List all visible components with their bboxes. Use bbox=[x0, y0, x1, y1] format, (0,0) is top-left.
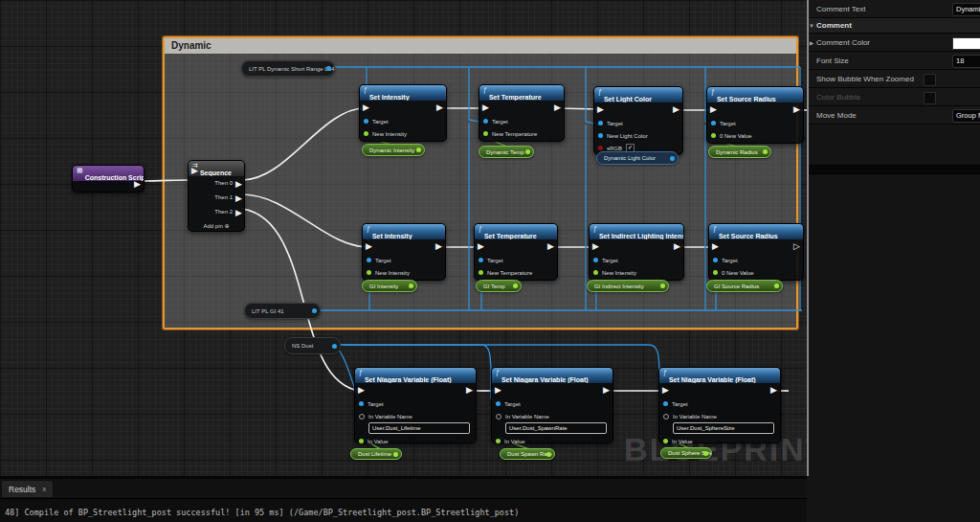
obj-pin[interactable] bbox=[364, 119, 368, 124]
obj-pin[interactable] bbox=[663, 401, 668, 406]
exec-in-pin[interactable]: ▶ bbox=[478, 241, 484, 251]
getter-output-pin[interactable] bbox=[660, 284, 665, 288]
getter-gi-indirect-intensity[interactable]: GI Indirect Intensity bbox=[587, 280, 669, 292]
hollow-pin[interactable] bbox=[496, 414, 501, 420]
node-set-temperature-1[interactable]: ƒSet TemperatureTarget is Light Componen… bbox=[479, 84, 565, 142]
float-pin[interactable] bbox=[359, 439, 364, 443]
exec-out-pin[interactable]: ▷ bbox=[793, 241, 800, 251]
hollow-pin[interactable] bbox=[359, 414, 365, 420]
getter-output-pin[interactable] bbox=[312, 308, 317, 313]
obj-pin[interactable] bbox=[496, 401, 501, 406]
obj-pin[interactable] bbox=[367, 258, 371, 262]
property-dropdown[interactable]: Group M bbox=[952, 109, 980, 123]
getter-dynamic-temp[interactable]: Dynamic Temp bbox=[479, 146, 534, 158]
getter-output-pin[interactable] bbox=[513, 284, 518, 288]
getter-output-pin[interactable] bbox=[703, 451, 708, 456]
exec-in-pin[interactable]: ▶ bbox=[662, 385, 669, 395]
exec-out-pin[interactable]: ▶ bbox=[235, 193, 242, 203]
getter-dust-sphere-size[interactable]: Dust Sphere Size bbox=[660, 447, 712, 459]
bool-pin[interactable] bbox=[598, 146, 603, 150]
float-pin[interactable] bbox=[496, 439, 501, 443]
node-set-light-color[interactable]: ƒSet Light ColorTarget is Light Componen… bbox=[593, 86, 683, 155]
exec-out-pin[interactable]: ▶ bbox=[673, 104, 679, 114]
exec-in-pin[interactable]: ▶ bbox=[366, 241, 372, 251]
obj-pin[interactable] bbox=[598, 121, 603, 125]
obj-pin[interactable] bbox=[711, 121, 716, 125]
color-swatch[interactable] bbox=[952, 37, 980, 50]
compiler-log-line[interactable]: 48] Compile of BP_Streetlight_post succe… bbox=[5, 508, 519, 517]
exec-out-pin[interactable]: ▶ bbox=[603, 385, 610, 395]
blueprint-graph[interactable]: Dynamic BLUEPRINT ▦Construction Script▶⇉… bbox=[0, 0, 807, 476]
node-set-niagara-variable-1[interactable]: ƒSet Niagara Variable (Float)Target is N… bbox=[354, 367, 477, 443]
exec-out-pin[interactable]: ▶ bbox=[435, 241, 442, 251]
getter-output-pin[interactable] bbox=[416, 148, 421, 152]
getter-output-pin[interactable] bbox=[332, 344, 337, 349]
exec-in-pin[interactable]: ▶ bbox=[597, 104, 604, 114]
getter-dust-lifetime[interactable]: Dust Lifetime bbox=[350, 448, 402, 460]
exec-out-pin[interactable]: ▶ bbox=[674, 241, 680, 251]
getter-output-pin[interactable] bbox=[326, 66, 331, 71]
getter-output-pin[interactable] bbox=[409, 284, 413, 288]
getter-dynamic-radius[interactable]: Dynamic Radius bbox=[708, 146, 771, 158]
exec-in-pin[interactable]: ▶ bbox=[358, 385, 365, 395]
variable-name-input[interactable]: User.Dust_Lifetime bbox=[368, 422, 470, 434]
float-pin[interactable] bbox=[663, 439, 668, 443]
node-set-intensity-1[interactable]: ƒSet IntensityTarget is Light Component▶… bbox=[359, 84, 447, 142]
hollow-pin[interactable] bbox=[663, 414, 669, 420]
float-pin[interactable] bbox=[483, 131, 488, 136]
float-pin[interactable] bbox=[479, 270, 483, 275]
node-construction-script[interactable]: ▦Construction Script▶ bbox=[72, 165, 145, 193]
float-pin[interactable] bbox=[713, 270, 718, 275]
obj-pin[interactable] bbox=[359, 401, 364, 406]
float-pin[interactable] bbox=[593, 270, 598, 275]
float-pin[interactable] bbox=[364, 131, 368, 136]
getter-output-pin[interactable] bbox=[670, 156, 675, 161]
getter-dynamic-intensity[interactable]: Dynamic Intensity bbox=[362, 144, 425, 156]
exec-out-pin[interactable]: ▶ bbox=[466, 385, 473, 395]
close-icon[interactable]: x bbox=[42, 485, 46, 493]
variable-name-input[interactable]: User.Dust_SpawnRate bbox=[505, 422, 607, 434]
obj-pin[interactable] bbox=[483, 119, 488, 124]
exec-out-pin[interactable]: ▶ bbox=[547, 241, 554, 251]
getter-output-pin[interactable] bbox=[774, 284, 779, 288]
getter-output-pin[interactable] bbox=[763, 149, 768, 154]
getter-ns-dust[interactable]: NS Dust bbox=[284, 337, 341, 354]
obj-pin[interactable] bbox=[713, 258, 718, 262]
node-set-intensity-2[interactable]: ƒSet IntensityTarget is Light Component▶… bbox=[362, 223, 446, 281]
exec-in-pin[interactable]: ▶ bbox=[710, 104, 717, 114]
node-set-niagara-variable-2[interactable]: ƒSet Niagara Variable (Float)Target is N… bbox=[491, 367, 613, 443]
node-set-niagara-variable-3[interactable]: ƒSet Niagara Variable (Float)Target is N… bbox=[658, 367, 781, 443]
node-set-indirect-lighting-intensity[interactable]: ƒSet Indirect Lighting IntensityTarget i… bbox=[589, 223, 684, 281]
exec-in-pin[interactable]: ▶ bbox=[482, 102, 489, 112]
exec-out-pin[interactable]: ▶ bbox=[134, 179, 141, 189]
node-sequence[interactable]: ⇉Sequence▶Then 0▶Then 1▶Then 2▶Add pin ⊕ bbox=[188, 160, 245, 232]
exec-in-pin[interactable]: ▶ bbox=[712, 241, 719, 251]
panel-splitter[interactable] bbox=[807, 0, 809, 476]
variable-name-input[interactable]: User.Dust_SphereSize bbox=[673, 422, 774, 434]
getter-gi-temp[interactable]: GI Temp bbox=[476, 280, 522, 292]
getter-lit-pl-gi-41[interactable]: LIT PL GI 41 bbox=[244, 303, 321, 319]
getter-gi-source-radius[interactable]: GI Source Radius bbox=[706, 280, 783, 292]
getter-lit-pl-dynamic-short-range-0141[interactable]: LIT PL Dynamic Short Range 0141 bbox=[241, 60, 335, 77]
property-checkbox[interactable] bbox=[924, 74, 936, 86]
getter-dynamic-light-color[interactable]: Dynamic Light Color bbox=[596, 151, 679, 165]
exec-out-pin[interactable]: ▶ bbox=[770, 385, 777, 395]
exec-in-pin[interactable]: ▶ bbox=[592, 241, 599, 251]
obj-pin[interactable] bbox=[593, 258, 598, 262]
obj-pin[interactable] bbox=[598, 133, 603, 138]
exec-in-pin[interactable]: ▶ bbox=[495, 385, 501, 395]
float-pin[interactable] bbox=[367, 270, 371, 275]
tab-results[interactable]: Results x bbox=[2, 481, 53, 497]
getter-output-pin[interactable] bbox=[546, 452, 551, 457]
obj-pin[interactable] bbox=[479, 258, 483, 262]
exec-out-pin[interactable]: ▶ bbox=[436, 102, 443, 112]
exec-in-pin[interactable]: ▶ bbox=[191, 166, 198, 175]
float-pin[interactable] bbox=[711, 133, 716, 138]
exec-in-pin[interactable]: ▶ bbox=[363, 102, 369, 112]
exec-out-pin[interactable]: ▶ bbox=[793, 104, 800, 114]
node-set-source-radius-2[interactable]: ƒSet Source RadiusTarget is Point Light … bbox=[708, 223, 804, 281]
getter-output-pin[interactable] bbox=[393, 452, 398, 457]
exec-out-pin[interactable]: ▶ bbox=[235, 179, 242, 189]
node-set-source-radius-1[interactable]: ƒSet Source RadiusTarget is Point Light … bbox=[706, 86, 804, 144]
node-set-temperature-2[interactable]: ƒSet TemperatureTarget is Light Componen… bbox=[474, 223, 558, 281]
